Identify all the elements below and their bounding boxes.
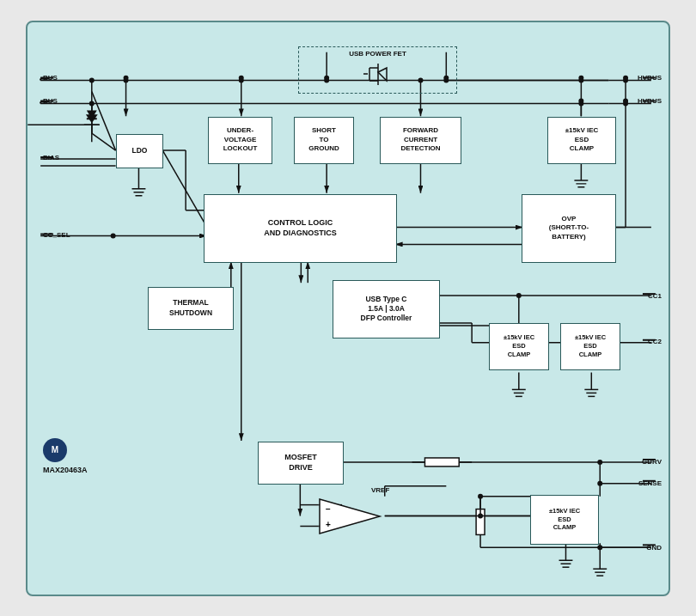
svg-point-105	[597, 545, 602, 550]
esd-clamp2-block: ±15kV IECESDCLAMP	[489, 323, 549, 370]
fwd-detect-block: FORWARDCURRENTDETECTION	[380, 117, 461, 164]
ldo-block: LDO	[116, 134, 163, 168]
svg-point-86	[597, 459, 602, 464]
svg-point-84	[597, 480, 602, 485]
svg-rect-77	[424, 457, 459, 466]
svg-point-149	[578, 98, 583, 103]
svg-line-123	[92, 133, 116, 150]
svg-marker-120	[87, 110, 97, 119]
svg-point-146	[239, 75, 244, 80]
maxim-logo: M	[43, 438, 67, 462]
cc1-label: CC1	[648, 292, 662, 300]
svg-point-114	[111, 233, 116, 238]
svg-point-32	[578, 77, 583, 82]
vref-label: VREF	[371, 486, 389, 494]
svg-point-147	[124, 75, 129, 80]
chip-name: MAX20463A	[43, 466, 88, 474]
svg-point-151	[623, 98, 628, 103]
bias-label: BIAS	[43, 154, 59, 162]
svg-marker-11	[86, 114, 98, 123]
block-diagram: LDO UNDER-VOLTAGELOCKOUT SHORTTOGROUND F…	[26, 21, 670, 596]
short-gnd-block: SHORTTOGROUND	[294, 117, 354, 164]
svg-point-7	[89, 77, 95, 82]
ctrl-logic-block: CONTROL LOGICAND DIAGNOSTICS	[204, 194, 397, 263]
mosfet-drive-block: MOSFETDRIVE	[258, 442, 344, 485]
svg-marker-129	[378, 68, 387, 81]
gnd-label: GND	[646, 544, 662, 552]
svg-point-102	[478, 513, 483, 518]
cc-sel-label: CC_SEL	[43, 231, 70, 239]
svg-point-8	[89, 101, 95, 106]
svg-point-34	[578, 101, 583, 106]
ovp-block: OVP(SHORT-TO-BATTERY)	[522, 194, 616, 263]
opamp-block: − +	[315, 495, 393, 538]
svg-point-58	[516, 293, 522, 298]
esd-clamp4-block: ±15kV IECESDCLAMP	[530, 495, 599, 545]
svg-point-148	[578, 75, 583, 80]
svg-line-50	[162, 150, 207, 227]
bus2-label: BUS	[43, 97, 58, 105]
svg-point-150	[623, 75, 628, 80]
esd-clamp1-block: ±15kV IECESDCLAMP	[547, 117, 616, 164]
usb-power-fet-block: USB POWER FET	[298, 46, 457, 94]
svg-rect-92	[476, 509, 485, 534]
gdrv-label: GDRV	[642, 458, 662, 466]
hvbus2-label: HVBUS	[638, 97, 662, 105]
hvbus1-label: HVBUS	[638, 74, 662, 82]
svg-point-46	[623, 77, 628, 82]
usb-ctrl-block: USB Type C1.5A | 3.0ADFP Controller	[333, 280, 440, 338]
cc2-label: CC2	[648, 338, 662, 345]
svg-point-23	[239, 77, 244, 82]
svg-text:+: +	[326, 520, 331, 529]
svg-point-21	[124, 77, 129, 82]
svg-point-96	[478, 493, 483, 498]
esd-clamp3-block: ±15kV IECESDCLAMP	[560, 323, 620, 370]
svg-point-47	[623, 101, 628, 106]
svg-text:−: −	[326, 504, 331, 514]
bus1-label: BUS	[43, 74, 58, 82]
thermal-shutdown-block: THERMALSHUTDOWN	[148, 287, 234, 330]
sense-label: SENSE	[638, 479, 662, 487]
svg-line-9	[92, 91, 116, 150]
uvlo-block: UNDER-VOLTAGELOCKOUT	[208, 117, 272, 164]
logo-area: M MAX20463A	[43, 438, 88, 474]
